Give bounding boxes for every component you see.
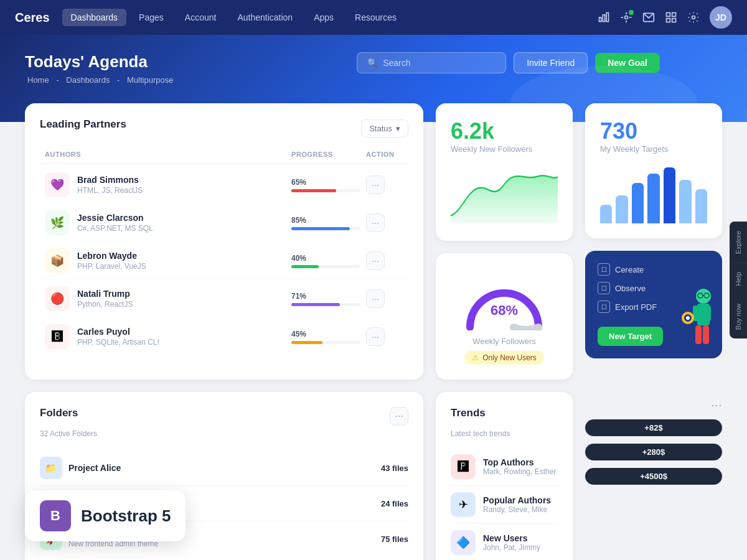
action-button[interactable]: ··· [366, 213, 385, 232]
stat-pill-3[interactable]: +4500$ [585, 468, 722, 485]
invite-friend-button[interactable]: Invite Friend [514, 52, 588, 73]
nav-item-resources[interactable]: Resources [346, 9, 405, 26]
folders-menu-button[interactable]: ⋯ [390, 407, 408, 426]
new-goal-button[interactable]: New Goal [595, 53, 660, 73]
stat-pill-1[interactable]: +82$ [585, 419, 722, 436]
trend-name: New Users [483, 533, 540, 543]
search-input[interactable] [383, 58, 496, 68]
partner-avatar: 📦 [45, 248, 70, 273]
folder-row: 📁 Project Alice 43 files [40, 450, 408, 486]
user-avatar[interactable]: JD [710, 6, 732, 29]
bar-chart-icon[interactable] [598, 11, 610, 24]
warning-icon: ⚠ [472, 353, 479, 362]
weekly-targets-label: My Weekly Targets [600, 144, 707, 154]
partner-avatar: 🌿 [45, 210, 70, 235]
right-stats: ⋯ +82$ +280$ +4500$ [585, 392, 722, 560]
grid-icon[interactable] [665, 11, 677, 24]
nav-item-authentication[interactable]: Authentication [228, 9, 301, 26]
trend-desc: Randy, Steve, Mike [483, 505, 551, 514]
leading-partners-title: Leading Partners [40, 118, 126, 131]
trend-icon: ✈ [451, 492, 476, 517]
partner-info: 🔴 Natali Trump Python, ReactJS [45, 286, 291, 311]
trend-icon: 🅿 [451, 454, 476, 479]
trends-subtitle: Latest tech trends [451, 429, 558, 438]
progress-col: 85% [291, 216, 366, 230]
followers-label: Weekly New Followers [451, 144, 558, 154]
svg-rect-11 [667, 19, 670, 22]
settings-icon[interactable] [687, 11, 700, 24]
gauge-label: Weekly Followers [451, 337, 558, 346]
trend-row: 🔷 New Users John, Pat, Jimmy [451, 524, 558, 560]
progress-col: 71% [291, 292, 366, 306]
gauge-card: 68% Weekly Followers ⚠ Only New Users [436, 253, 573, 380]
svg-rect-12 [672, 19, 676, 22]
side-tab-buy-now[interactable]: Buy now [730, 295, 747, 338]
bootstrap-label: Bootstrap 5 [81, 506, 171, 526]
message-icon[interactable] [642, 11, 655, 24]
sparkle-icon[interactable] [620, 11, 632, 24]
bootstrap-icon: B [40, 500, 71, 531]
status-dropdown[interactable]: Status ▾ [361, 119, 408, 138]
character-svg [669, 284, 719, 358]
trend-desc: John, Pat, Jimmy [483, 543, 540, 552]
nav-item-dashboards[interactable]: Dashboards [62, 9, 127, 26]
stats-menu-icon[interactable]: ⋯ [585, 398, 722, 412]
folders-header: Folders 32 Active Folders ⋯ [40, 407, 408, 448]
svg-rect-18 [705, 306, 711, 321]
bar-item [647, 174, 659, 223]
gauge-note: ⚠ Only New Users [464, 351, 544, 365]
observe-checkbox-icon: ☐ [598, 282, 610, 294]
notification-dot [629, 10, 634, 15]
side-tab-help[interactable]: Help [730, 263, 747, 295]
action-button[interactable]: ··· [366, 327, 385, 346]
folders-title: Folders [40, 407, 97, 419]
svg-rect-1 [603, 15, 604, 22]
svg-rect-2 [606, 13, 608, 22]
svg-rect-0 [599, 17, 601, 22]
followers-card: 6.2k Weekly New Followers [436, 103, 573, 241]
action-button[interactable]: ··· [366, 251, 385, 270]
bar-item [664, 167, 675, 223]
svg-point-25 [686, 316, 690, 320]
trend-name: Top Authors [483, 457, 556, 467]
action-button[interactable]: ··· [366, 175, 385, 194]
progress-col: 65% [291, 178, 366, 192]
bar-item [679, 180, 691, 223]
breadcrumb-dashboards[interactable]: Dashboards [66, 75, 110, 85]
table-row: 🌿 Jessie Clarcson C#, ASP.NET, MS SQL 85… [40, 204, 408, 242]
svg-rect-9 [667, 13, 670, 17]
col-progress: Progress [291, 151, 366, 158]
partner-info: 📦 Lebron Wayde PHP, Laravel, VueJS [45, 248, 291, 273]
followers-stat: 6.2k [451, 118, 558, 144]
dark-card-option-create[interactable]: ☐ Cereate [598, 263, 710, 276]
partner-avatar: 💜 [45, 172, 70, 197]
gauge-donut-wrap: 68% [451, 274, 558, 330]
weekly-targets-stat: 730 [600, 118, 707, 144]
top-grid: Leading Partners Status ▾ Authors Progre… [25, 103, 722, 380]
new-target-button[interactable]: New Target [598, 327, 663, 346]
side-tab-explore[interactable]: Explore [730, 222, 747, 263]
stat-pill-2[interactable]: +280$ [585, 444, 722, 460]
bar-item [600, 205, 612, 223]
action-button[interactable]: ··· [366, 289, 385, 308]
nav-item-pages[interactable]: Pages [130, 9, 172, 26]
partner-name: Jessie Clarcson [77, 213, 153, 223]
files-count: 24 files [381, 499, 408, 508]
nav-item-apps[interactable]: Apps [305, 9, 342, 26]
folders-subtitle: 32 Active Folders [40, 429, 97, 438]
progress-col: 40% [291, 254, 366, 268]
trend-name: Popular Authors [483, 495, 551, 505]
app-logo: Ceres [15, 11, 50, 25]
progress-col: 45% [291, 330, 366, 344]
breadcrumb-home[interactable]: Home [27, 75, 49, 85]
files-count: 43 files [381, 464, 408, 473]
table-row: 🔴 Natali Trump Python, ReactJS 71% ··· [40, 280, 408, 318]
svg-rect-19 [695, 325, 702, 344]
search-box[interactable]: 🔍 [357, 52, 506, 73]
col-authors: Authors [45, 151, 291, 158]
trends-title: Trends [451, 407, 558, 419]
svg-text:68%: 68% [491, 302, 518, 318]
folder-icon: 📁 [40, 457, 62, 479]
nav-item-account[interactable]: Account [176, 9, 225, 26]
partner-info: 💜 Brad Simmons HTML, JS, ReactJS [45, 172, 291, 197]
